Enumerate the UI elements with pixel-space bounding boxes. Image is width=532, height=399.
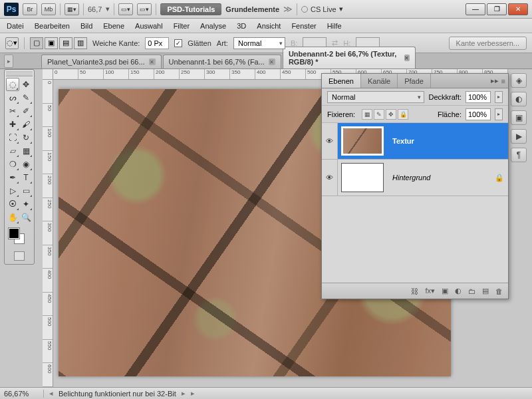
- maximize-button[interactable]: ❐: [487, 3, 507, 15]
- document-tab[interactable]: Planet_Variante3.psd bei 66... ✕: [41, 55, 162, 68]
- lock-all-icon[interactable]: 🔒: [398, 109, 408, 120]
- screen-mode-button[interactable]: ▭▾: [137, 3, 152, 15]
- document-tab[interactable]: Unbenannt-2 bei 66,7% (Textur, RGB/8) * …: [283, 47, 416, 68]
- menu-fenster[interactable]: Fenster: [291, 22, 316, 30]
- masks-panel-icon[interactable]: ▣: [511, 110, 527, 125]
- selection-intersect[interactable]: ▥: [74, 37, 87, 49]
- tab-kanaele[interactable]: Kanäle: [361, 74, 398, 88]
- crop-tool[interactable]: ✂: [6, 104, 19, 118]
- current-tool-preset[interactable]: ◌▾: [5, 37, 19, 49]
- workspace-label[interactable]: PSD-Tutorials: [160, 3, 221, 15]
- healing-tool[interactable]: ✚: [6, 118, 19, 131]
- refine-edge-button[interactable]: Kante verbessern...: [449, 37, 527, 50]
- panel-grip[interactable]: [6, 71, 33, 76]
- hand-tool[interactable]: ✋: [6, 211, 19, 224]
- layer-mask-icon[interactable]: ▣: [442, 287, 448, 295]
- lock-position-icon[interactable]: ✥: [386, 109, 396, 120]
- close-icon[interactable]: ✕: [149, 59, 156, 65]
- history-brush-tool[interactable]: ↻: [19, 131, 33, 144]
- tab-pfade[interactable]: Pfade: [398, 74, 431, 88]
- minibridge-button[interactable]: Mb: [41, 3, 56, 15]
- fill-input[interactable]: 100%: [466, 108, 491, 120]
- zoom-tool[interactable]: 🔍: [19, 211, 33, 224]
- color-swatches[interactable]: [6, 227, 33, 247]
- selection-new[interactable]: ▢: [30, 37, 43, 49]
- opacity-input[interactable]: 100%: [466, 91, 491, 103]
- layer-row[interactable]: 👁 Hintergrund 🔒: [322, 160, 508, 196]
- quickmask-toggle[interactable]: [6, 249, 33, 263]
- menu-analyse[interactable]: Analyse: [200, 22, 226, 30]
- close-icon[interactable]: ✕: [404, 55, 410, 61]
- layout-button[interactable]: ▦▾: [65, 3, 79, 15]
- status-next-icon[interactable]: ▸: [182, 389, 186, 398]
- view-extras-button[interactable]: ▭▾: [118, 3, 133, 15]
- zoom-readout[interactable]: 66,7: [88, 5, 102, 13]
- type-tool[interactable]: T: [19, 171, 33, 184]
- link-layers-icon[interactable]: ⛓: [411, 287, 418, 295]
- pen-tool[interactable]: ✒: [6, 171, 19, 184]
- visibility-toggle[interactable]: 👁: [322, 160, 338, 196]
- menu-3d[interactable]: 3D: [237, 22, 246, 30]
- antialias-checkbox[interactable]: ✓: [174, 39, 182, 47]
- selection-subtract[interactable]: ▤: [59, 37, 72, 49]
- foreground-color[interactable]: [9, 228, 19, 239]
- status-prev-icon[interactable]: ◂: [49, 389, 53, 398]
- layer-thumbnail[interactable]: [341, 163, 384, 192]
- document-tab[interactable]: Unbenannt-1 bei 66,7% (Fa... ✕: [163, 55, 281, 68]
- 3d-camera-tool[interactable]: ✦: [19, 198, 33, 211]
- menu-bearbeiten[interactable]: Bearbeiten: [35, 22, 70, 30]
- status-zoom[interactable]: 66,67%: [4, 390, 44, 398]
- layer-name[interactable]: Hintergrund: [387, 174, 495, 182]
- feather-input[interactable]: 0 Px: [145, 37, 169, 49]
- gradient-tool[interactable]: ▦: [19, 144, 33, 158]
- path-select-tool[interactable]: ▷: [6, 184, 19, 198]
- panel-menu-icon[interactable]: ≡: [501, 77, 505, 85]
- layer-row[interactable]: 👁 Textur: [322, 123, 508, 160]
- dodge-tool[interactable]: ◉: [19, 158, 33, 171]
- stamp-tool[interactable]: ⛶: [6, 131, 19, 144]
- status-menu-icon[interactable]: ▸: [191, 389, 195, 398]
- actions-panel-icon[interactable]: ▶: [511, 129, 527, 144]
- tab-ebenen[interactable]: Ebenen: [322, 74, 361, 88]
- workspace-sub[interactable]: Grundelemente: [225, 5, 279, 13]
- blend-mode-dropdown[interactable]: Normal: [327, 91, 424, 103]
- zoom-dropdown-icon[interactable]: ▾: [106, 5, 110, 13]
- ruler-vertical[interactable]: 050100150200250300350400450500550600: [43, 80, 53, 387]
- character-panel-icon[interactable]: ¶: [511, 148, 527, 162]
- blur-tool[interactable]: ❍: [6, 158, 19, 171]
- bridge-button[interactable]: Br: [23, 3, 37, 15]
- quick-select-tool[interactable]: ✎: [19, 91, 33, 104]
- layer-thumbnail[interactable]: [341, 126, 384, 156]
- cslive-button[interactable]: CS Live ▾: [301, 5, 343, 13]
- menu-hilfe[interactable]: Hilfe: [327, 22, 342, 30]
- adjustment-layer-icon[interactable]: ◐: [455, 287, 462, 295]
- brush-tool[interactable]: 🖌: [19, 118, 33, 131]
- minimize-button[interactable]: —: [466, 3, 485, 15]
- panel-collapse-icon[interactable]: ▸▸: [491, 76, 499, 85]
- menu-datei[interactable]: Datei: [7, 22, 24, 30]
- close-button[interactable]: ✕: [508, 3, 528, 15]
- visibility-toggle[interactable]: 👁: [322, 123, 338, 159]
- lock-pixels-icon[interactable]: ✎: [374, 109, 384, 120]
- shape-tool[interactable]: ▭: [19, 184, 33, 198]
- workspace-more-icon[interactable]: ≫: [283, 4, 293, 14]
- close-icon[interactable]: ✕: [269, 59, 275, 65]
- tabs-toggle[interactable]: ▸: [4, 55, 13, 68]
- swatches-panel-icon[interactable]: ◈: [511, 73, 527, 88]
- 3d-tool[interactable]: ⦿: [6, 198, 19, 211]
- move-tool[interactable]: ✥: [19, 78, 33, 91]
- style-dropdown[interactable]: Normal: [233, 37, 285, 49]
- eyedropper-tool[interactable]: ✐: [19, 104, 33, 118]
- opacity-flyout[interactable]: ▸: [495, 91, 503, 103]
- menu-ebene[interactable]: Ebene: [103, 22, 124, 30]
- delete-layer-icon[interactable]: 🗑: [495, 287, 503, 295]
- layer-name[interactable]: Textur: [387, 137, 508, 145]
- layer-fx-icon[interactable]: fx▾: [425, 287, 435, 295]
- group-icon[interactable]: 🗀: [468, 287, 475, 295]
- menu-ansicht[interactable]: Ansicht: [257, 22, 281, 30]
- menu-bild[interactable]: Bild: [80, 22, 92, 30]
- new-layer-icon[interactable]: ▤: [482, 287, 489, 295]
- selection-add[interactable]: ▣: [45, 37, 58, 49]
- lock-transparency-icon[interactable]: ▦: [362, 109, 372, 120]
- menu-filter[interactable]: Filter: [174, 22, 190, 30]
